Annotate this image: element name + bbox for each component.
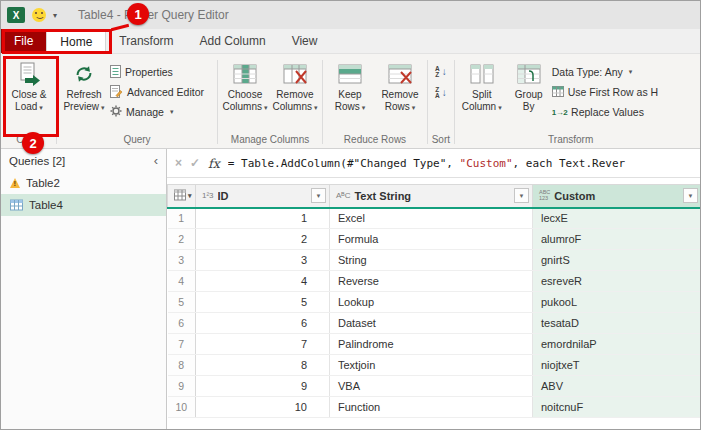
query-item-table2[interactable]: Table2 [1,172,166,194]
cancel-icon[interactable]: × [175,156,182,170]
sort-descending-button[interactable]: ZA ↓ [435,85,447,101]
annotation-badge-2: 2 [22,132,44,154]
split-column-button[interactable]: SplitColumn▾ [458,57,506,113]
queries-panel: Queries [2] ‹ Table2Table4 [1,149,167,430]
cell[interactable]: ABV [533,376,701,397]
dropdown-caret-icon: ▾ [264,104,268,111]
tab-add-column[interactable]: Add Column [187,29,279,53]
cell[interactable]: Dataset [330,313,533,334]
dropdown-caret-icon: ▾ [39,104,43,111]
cell[interactable]: esreveR [533,271,701,292]
properties-icon [110,65,121,80]
grid-table: ▾ 1²3ID▼AᴮCText String▼ABC123Custom▼ 11E… [167,184,700,418]
column-name: Custom [554,190,679,202]
annotation-badge-1: 1 [127,3,149,25]
use-first-row-button[interactable]: Use First Row as H [552,84,684,100]
ribbon-group-query: RefreshPreview▾ Properties Advanced Edit… [58,56,216,148]
data-type-button[interactable]: Data Type: Any ▾ [552,64,684,80]
tab-view[interactable]: View [279,29,331,53]
tab-transform[interactable]: Transform [106,29,186,53]
dropdown-caret-icon: ▾ [412,104,416,111]
cell[interactable]: 8 [196,355,330,376]
qat-dropdown-icon[interactable]: ▾ [53,11,57,20]
cell[interactable]: Excel [330,208,533,229]
cell[interactable]: alumroF [533,229,701,250]
row-number: 6 [168,313,196,334]
queries-panel-title: Queries [2] [9,155,65,167]
cell[interactable]: emordnilaP [533,334,701,355]
row-number: 8 [168,355,196,376]
formula-bar: × ✓ fx = Table.AddColumn(#"Changed Type"… [167,149,700,178]
close-and-load-button[interactable]: Close &Load▾ [5,57,53,113]
tab-file[interactable]: File [1,29,46,53]
cell[interactable]: niojtxeT [533,355,701,376]
column-header-custom[interactable]: ABC123Custom▼ [533,185,701,208]
cell[interactable]: 10 [196,397,330,418]
cell[interactable]: 4 [196,271,330,292]
table-corner-button[interactable]: ▾ [168,185,196,208]
cell[interactable]: Palindrome [330,334,533,355]
cell[interactable]: 7 [196,334,330,355]
cell[interactable]: Formula [330,229,533,250]
cell[interactable]: Lookup [330,292,533,313]
replace-values-button[interactable]: 1→2 Replace Values [552,104,684,120]
column-type-icon[interactable]: ABC123 [539,190,550,201]
refresh-icon [73,61,95,86]
cell[interactable]: noitcnuF [533,397,701,418]
cell[interactable]: 5 [196,292,330,313]
collapse-panel-icon[interactable]: ‹ [154,156,158,166]
table-row: 99VBAABV [168,376,701,397]
filter-button[interactable]: ▼ [311,188,326,203]
grid-header-row: ▾ 1²3ID▼AᴮCText String▼ABC123Custom▼ [168,185,701,208]
properties-button[interactable]: Properties [110,64,214,80]
cell[interactable]: 6 [196,313,330,334]
data-preview: ▾ 1²3ID▼AᴮCText String▼ABC123Custom▼ 11E… [167,178,700,430]
keep-rows-button[interactable]: KeepRows▾ [326,57,374,113]
choose-columns-button[interactable]: ChooseColumns▾ [221,57,269,113]
cell[interactable]: lecxE [533,208,701,229]
row-number: 5 [168,292,196,313]
manage-button[interactable]: Manage ▾ [110,104,214,120]
table-row: 11ExcellecxE [168,208,701,229]
query-item-table4[interactable]: Table4 [1,194,166,216]
remove-rows-icon [387,61,413,86]
cell[interactable]: 3 [196,250,330,271]
column-header-text-string[interactable]: AᴮCText String▼ [330,185,533,208]
cell[interactable]: Reverse [330,271,533,292]
cell[interactable]: tesataD [533,313,701,334]
commit-icon[interactable]: ✓ [190,156,200,170]
filter-button[interactable]: ▼ [683,188,698,203]
cell[interactable]: Textjoin [330,355,533,376]
smiley-feedback-icon[interactable] [32,8,46,22]
group-label-sort: Sort [431,132,451,147]
sort-ascending-button[interactable]: AZ ↓ [435,64,447,80]
cell[interactable]: 1 [196,208,330,229]
remove-columns-button[interactable]: RemoveColumns▾ [271,57,319,113]
row-number: 4 [168,271,196,292]
refresh-preview-button[interactable]: RefreshPreview▾ [60,57,108,113]
column-header-id[interactable]: 1²3ID▼ [196,185,330,208]
table-icon [10,199,23,211]
group-label-reduce-rows: Reduce Rows [326,132,424,147]
filter-button[interactable]: ▼ [514,188,529,203]
formula-input[interactable]: = Table.AddColumn(#"Changed Type", "Cust… [228,157,692,170]
query-name: Table2 [26,177,60,189]
column-type-icon[interactable]: AᴮC [336,191,350,200]
formula-segment: , each Text.Rever [513,157,626,170]
group-by-button[interactable]: GroupBy [508,57,550,112]
sort-za-icon: ZA [435,87,440,100]
cell[interactable]: gnirtS [533,250,701,271]
column-type-icon[interactable]: 1²3 [202,191,214,200]
remove-rows-button[interactable]: RemoveRows▾ [376,57,424,113]
formula-segment: = Table.AddColumn(#"Changed Type", [228,157,460,170]
cell[interactable]: pukooL [533,292,701,313]
cell[interactable]: 9 [196,376,330,397]
cell[interactable]: VBA [330,376,533,397]
tab-home[interactable]: Home [46,29,106,53]
row-number: 1 [168,208,196,229]
remove-columns-icon [282,61,308,86]
advanced-editor-button[interactable]: Advanced Editor [110,84,214,100]
cell[interactable]: 2 [196,229,330,250]
cell[interactable]: String [330,250,533,271]
cell[interactable]: Function [330,397,533,418]
